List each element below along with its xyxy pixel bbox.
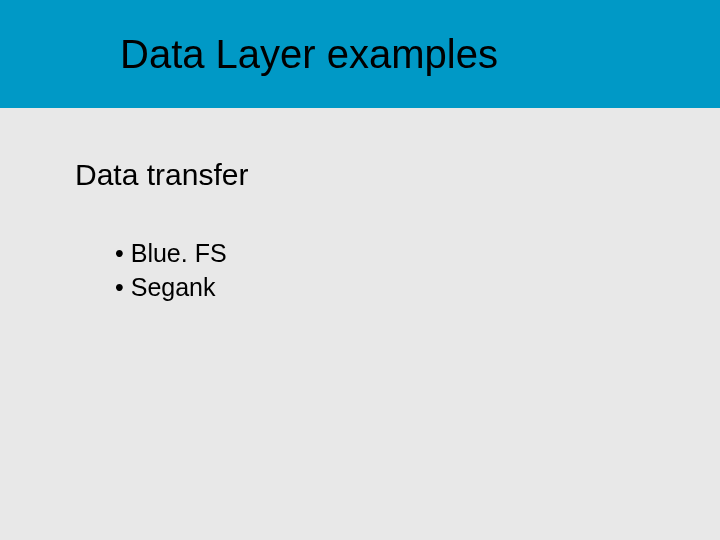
- section-subtitle: Data transfer: [75, 158, 645, 192]
- slide-title: Data Layer examples: [120, 32, 498, 77]
- bullet-item: • Segank: [115, 271, 645, 305]
- bullet-item: • Blue. FS: [115, 237, 645, 271]
- bullet-text: Segank: [131, 273, 216, 301]
- bullet-list: • Blue. FS • Segank: [75, 237, 645, 305]
- slide-header: Data Layer examples: [0, 0, 720, 108]
- slide-content: Data transfer • Blue. FS • Segank: [0, 108, 720, 355]
- bullet-text: Blue. FS: [131, 239, 227, 267]
